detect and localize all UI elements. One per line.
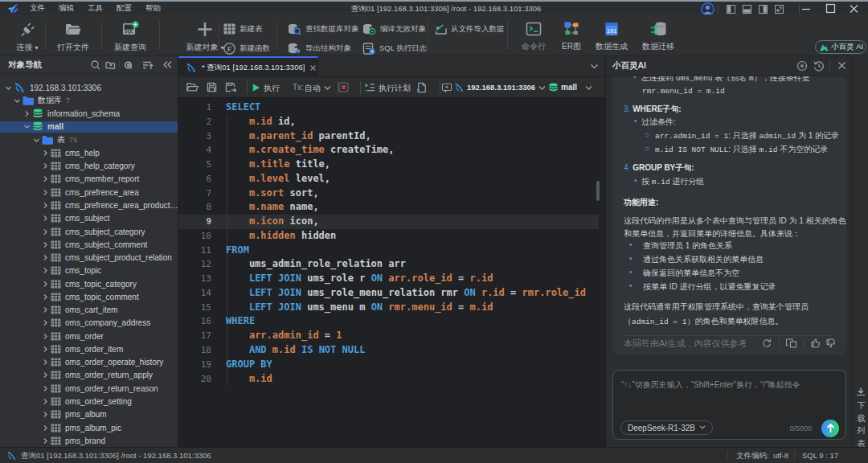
svg-text:SQL: SQL: [125, 29, 134, 34]
svg-text:F: F: [226, 45, 231, 53]
svg-text:101: 101: [607, 28, 617, 35]
